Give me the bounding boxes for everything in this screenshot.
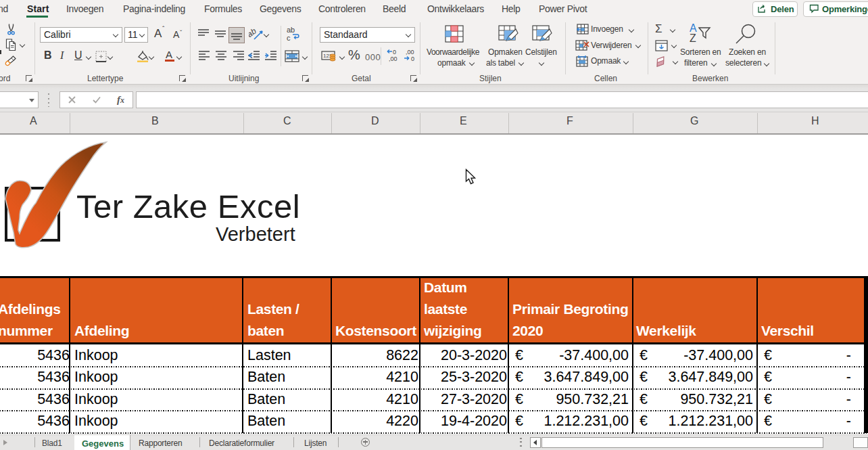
- svg-text:,00: ,00: [406, 49, 414, 55]
- svg-text:c: c: [287, 34, 291, 42]
- svg-text:0: 0: [393, 49, 396, 55]
- svg-text:ab: ab: [287, 26, 295, 34]
- svg-text:,00: ,00: [389, 55, 397, 62]
- svg-text:0: 0: [411, 55, 414, 62]
